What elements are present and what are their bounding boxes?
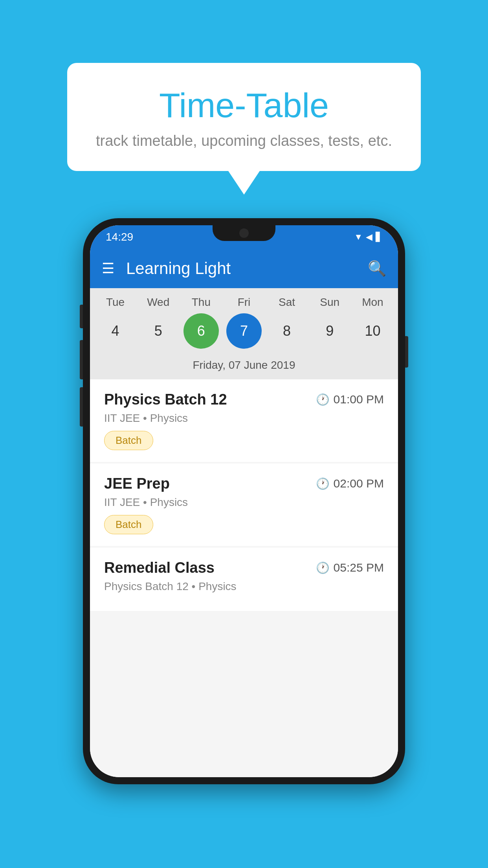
schedule-item-2-header: JEE Prep 🕐 02:00 PM: [104, 475, 384, 492]
hamburger-icon[interactable]: ☰: [102, 261, 114, 276]
schedule-title-2: JEE Prep: [104, 475, 170, 492]
day-10[interactable]: 10: [355, 313, 390, 349]
speech-bubble: Time-Table track timetable, upcoming cla…: [67, 63, 421, 171]
app-title: Learning Light: [126, 259, 368, 278]
day-4[interactable]: 4: [98, 313, 133, 349]
schedule-time-2: 🕐 02:00 PM: [316, 477, 384, 490]
day-header-tue: Tue: [96, 296, 135, 309]
day-header-wed: Wed: [139, 296, 178, 309]
clock-icon-2: 🕐: [316, 477, 330, 490]
bubble-tail: [228, 171, 260, 195]
day-header-thu: Thu: [182, 296, 221, 309]
day-header-mon: Mon: [353, 296, 392, 309]
day-header-sun: Sun: [310, 296, 349, 309]
schedule-item-1-header: Physics Batch 12 🕐 01:00 PM: [104, 391, 384, 408]
schedule-item-3[interactable]: Remedial Class 🕐 05:25 PM Physics Batch …: [90, 548, 398, 611]
speech-bubble-container: Time-Table track timetable, upcoming cla…: [67, 63, 421, 195]
day-9[interactable]: 9: [312, 313, 347, 349]
calendar-strip: Tue Wed Thu Fri Sat Sun Mon 4 5 6 7 8 9 …: [90, 288, 398, 379]
selected-date-label: Friday, 07 June 2019: [90, 355, 398, 379]
schedule-item-2[interactable]: JEE Prep 🕐 02:00 PM IIT JEE • Physics Ba…: [90, 463, 398, 546]
status-icons: ▼ ◀ ▋: [354, 232, 382, 242]
wifi-icon: ▼: [354, 232, 363, 242]
phone-screen: 14:29 ▼ ◀ ▋ ☰ Learning Light 🔍 Tue Wed T…: [90, 225, 398, 777]
batch-tag-1: Batch: [104, 431, 153, 450]
search-icon[interactable]: 🔍: [368, 260, 386, 277]
app-bar: ☰ Learning Light 🔍: [90, 249, 398, 288]
battery-icon: ▋: [376, 232, 382, 242]
day-7-selected[interactable]: 7: [226, 313, 262, 349]
bubble-title: Time-Table: [91, 86, 397, 125]
signal-icon: ◀: [366, 232, 372, 242]
clock-icon-3: 🕐: [316, 561, 330, 574]
batch-tag-2: Batch: [104, 515, 153, 534]
schedule-subtitle-1: IIT JEE • Physics: [104, 412, 384, 425]
day-header-fri: Fri: [224, 296, 264, 309]
day-headers: Tue Wed Thu Fri Sat Sun Mon: [90, 296, 398, 309]
day-5[interactable]: 5: [141, 313, 176, 349]
schedule-item-1[interactable]: Physics Batch 12 🕐 01:00 PM IIT JEE • Ph…: [90, 379, 398, 462]
schedule-title-1: Physics Batch 12: [104, 391, 227, 408]
notch: [213, 225, 275, 241]
day-6-today[interactable]: 6: [183, 313, 219, 349]
schedule-title-3: Remedial Class: [104, 559, 215, 576]
schedule-time-3: 🕐 05:25 PM: [316, 561, 384, 574]
schedule-subtitle-2: IIT JEE • Physics: [104, 496, 384, 509]
clock-icon-1: 🕐: [316, 393, 330, 406]
schedule-list: Physics Batch 12 🕐 01:00 PM IIT JEE • Ph…: [90, 379, 398, 777]
bubble-subtitle: track timetable, upcoming classes, tests…: [91, 132, 397, 149]
schedule-item-3-header: Remedial Class 🕐 05:25 PM: [104, 559, 384, 576]
day-header-sat: Sat: [267, 296, 306, 309]
day-8[interactable]: 8: [269, 313, 305, 349]
schedule-subtitle-3: Physics Batch 12 • Physics: [104, 580, 384, 593]
day-numbers: 4 5 6 7 8 9 10: [90, 313, 398, 349]
schedule-time-1: 🕐 01:00 PM: [316, 393, 384, 406]
phone-mockup: 14:29 ▼ ◀ ▋ ☰ Learning Light 🔍 Tue Wed T…: [83, 218, 405, 784]
status-time: 14:29: [106, 231, 133, 243]
camera: [239, 228, 249, 238]
phone-outer: 14:29 ▼ ◀ ▋ ☰ Learning Light 🔍 Tue Wed T…: [83, 218, 405, 784]
